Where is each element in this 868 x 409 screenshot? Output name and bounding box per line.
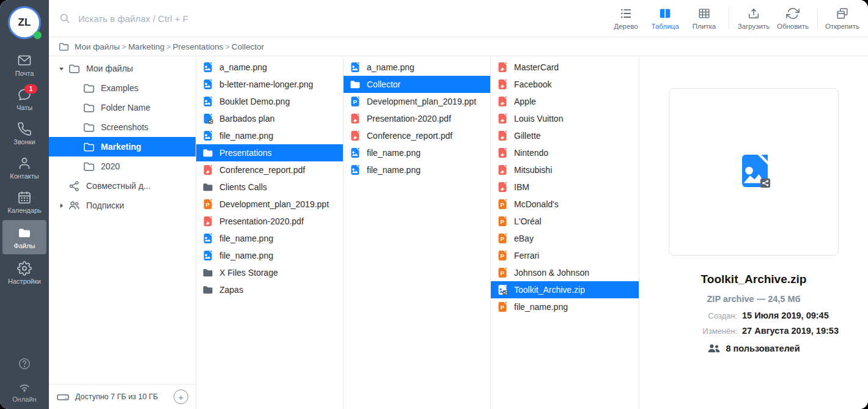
file-row[interactable]: PL'Oréal bbox=[491, 213, 639, 230]
file-name: Barbados plan bbox=[219, 114, 274, 123]
users-icon bbox=[707, 343, 721, 354]
button-label: Плитка bbox=[693, 23, 716, 30]
unpin-button[interactable]: Открепить bbox=[823, 7, 862, 30]
file-row[interactable]: file_name.png bbox=[196, 127, 343, 144]
pdf-file-icon bbox=[497, 147, 508, 158]
file-row[interactable]: Toolkit_Archive.zip bbox=[491, 281, 639, 298]
image-file-icon bbox=[202, 96, 213, 107]
file-row[interactable]: Bouklet Demo.png bbox=[196, 93, 343, 110]
folder-tree: Мои файлыExamplesFolder NameScreenshotsM… bbox=[49, 56, 196, 384]
file-row[interactable]: a_name.png bbox=[196, 59, 343, 76]
share-icon bbox=[68, 180, 80, 192]
file-row[interactable]: Louis Vuitton bbox=[491, 110, 639, 127]
caret-right-icon[interactable] bbox=[54, 203, 68, 208]
tile-view-button[interactable]: Плитка bbox=[685, 7, 724, 30]
tree-item[interactable]: Мои файлы bbox=[49, 59, 196, 78]
file-name: McDonald's bbox=[514, 199, 559, 209]
button-label: Открепить bbox=[825, 23, 859, 30]
svg-text:P: P bbox=[501, 201, 505, 208]
sidebar-item-settings[interactable]: Настройки bbox=[2, 257, 46, 289]
help-icon[interactable] bbox=[18, 357, 31, 370]
file-row[interactable]: Presentation-2020.pdf bbox=[196, 213, 343, 230]
sidebar-item-mail[interactable]: Почта bbox=[2, 49, 46, 81]
file-row[interactable]: file_name.png bbox=[344, 144, 490, 161]
search-input[interactable] bbox=[77, 13, 606, 24]
file-row[interactable]: MasterCard bbox=[491, 59, 639, 76]
pdf-file-icon bbox=[497, 62, 508, 73]
file-row[interactable]: PDevelopment_plan_2019.ppt bbox=[344, 93, 490, 110]
tree-item[interactable]: Marketing bbox=[49, 137, 196, 157]
file-row[interactable]: file_name.png bbox=[196, 230, 343, 247]
file-row[interactable]: PFerrari bbox=[491, 247, 639, 264]
file-row[interactable]: Mitsubishi bbox=[491, 161, 639, 179]
tree-item[interactable]: 2020 bbox=[49, 157, 196, 176]
file-row[interactable]: file_name.png bbox=[344, 161, 490, 179]
tree-item[interactable]: Examples bbox=[49, 78, 196, 98]
shared-users: 8 пользователей bbox=[707, 343, 800, 354]
file-name: file_name.png bbox=[367, 165, 421, 175]
file-row[interactable]: Zapas bbox=[196, 281, 343, 298]
sidebar-item-label: Контакты bbox=[10, 173, 39, 180]
file-row[interactable]: X Files Storage bbox=[196, 264, 343, 281]
file-name: Presentation-2020.pdf bbox=[219, 216, 304, 226]
file-row[interactable]: Conference_report.pdf bbox=[196, 161, 343, 179]
file-name: file_name.png bbox=[367, 148, 421, 158]
sidebar-item-calendar[interactable]: Календарь bbox=[2, 186, 46, 218]
online-indicator[interactable]: Онлайн bbox=[12, 380, 36, 403]
tree-item[interactable]: Screenshots bbox=[49, 117, 196, 137]
svg-text:P: P bbox=[501, 252, 505, 259]
add-storage-button[interactable]: + bbox=[174, 389, 188, 404]
tree-item[interactable]: Folder Name bbox=[49, 98, 196, 117]
file-row[interactable]: Pfile_name.png bbox=[491, 298, 639, 315]
search-icon bbox=[59, 12, 71, 24]
breadcrumb-item[interactable]: Presentations bbox=[173, 42, 224, 51]
mail-icon bbox=[17, 53, 32, 68]
breadcrumb-item[interactable]: Мои файлы bbox=[75, 42, 120, 51]
pdf-file-icon bbox=[497, 164, 508, 175]
sidebar-item-chats[interactable]: 1Чаты bbox=[2, 83, 46, 115]
folder-file-icon bbox=[202, 267, 213, 278]
file-row[interactable]: Conference_report.pdf bbox=[344, 127, 490, 144]
file-name: Facebook bbox=[514, 79, 551, 89]
upload-button[interactable]: Загрузить bbox=[734, 7, 773, 30]
tree-view-button[interactable]: Дерево bbox=[606, 7, 645, 30]
table-view-button[interactable]: Таблица bbox=[645, 7, 685, 30]
file-row[interactable]: file_name.png bbox=[196, 247, 343, 264]
file-row[interactable]: PDevelopment_plan_2019.ppt bbox=[196, 196, 343, 213]
file-row[interactable]: Nintendo bbox=[491, 144, 639, 161]
pdf-file-icon bbox=[497, 130, 508, 141]
sidebar-item-contacts[interactable]: Контакты bbox=[2, 152, 46, 183]
refresh-button[interactable]: Обновить bbox=[773, 7, 812, 30]
tree-item[interactable]: Подписки bbox=[49, 196, 196, 215]
sidebar-item-calls[interactable]: Звонки bbox=[2, 117, 46, 149]
file-row[interactable]: IBM bbox=[491, 179, 639, 196]
unpin-icon bbox=[836, 7, 849, 20]
caret-down-icon[interactable] bbox=[54, 66, 68, 72]
upload-icon bbox=[747, 7, 760, 20]
file-row[interactable]: PeBay bbox=[491, 230, 639, 247]
file-row[interactable]: b-letter-name-longer.png bbox=[196, 76, 343, 93]
file-row[interactable]: Facebook bbox=[491, 76, 639, 93]
file-row[interactable]: Barbados plan bbox=[196, 110, 343, 127]
drive-icon bbox=[56, 391, 70, 402]
file-name: a_name.png bbox=[219, 62, 267, 72]
tree-item[interactable]: Совместный д... bbox=[49, 176, 196, 196]
file-row[interactable]: Presentation-2020.pdf bbox=[344, 110, 490, 127]
file-row[interactable]: Collector bbox=[344, 76, 490, 93]
file-row[interactable]: PJohnson & Johnson bbox=[491, 264, 639, 281]
file-row[interactable]: PMcDonald's bbox=[491, 196, 639, 213]
file-name: b-letter-name-longer.png bbox=[219, 79, 313, 89]
breadcrumb-item[interactable]: Marketing bbox=[128, 42, 164, 51]
avatar[interactable]: ZL bbox=[8, 6, 41, 39]
preview-panel: Toolkit_Archive.zip ZIP archive — 24,5 М… bbox=[639, 56, 868, 409]
file-row[interactable]: Clients Calls bbox=[196, 179, 343, 196]
file-row[interactable]: Gillette bbox=[491, 127, 639, 144]
folder-white-file-icon bbox=[350, 79, 361, 90]
file-row[interactable]: a_name.png bbox=[344, 59, 490, 76]
sidebar-item-files[interactable]: Файлы bbox=[2, 220, 46, 254]
file-row[interactable]: Presentations bbox=[196, 144, 343, 161]
settings-icon bbox=[17, 261, 32, 276]
breadcrumb-item[interactable]: Collector bbox=[232, 42, 264, 51]
file-name: Development_plan_2019.ppt bbox=[367, 97, 476, 106]
file-row[interactable]: Apple bbox=[491, 93, 639, 110]
